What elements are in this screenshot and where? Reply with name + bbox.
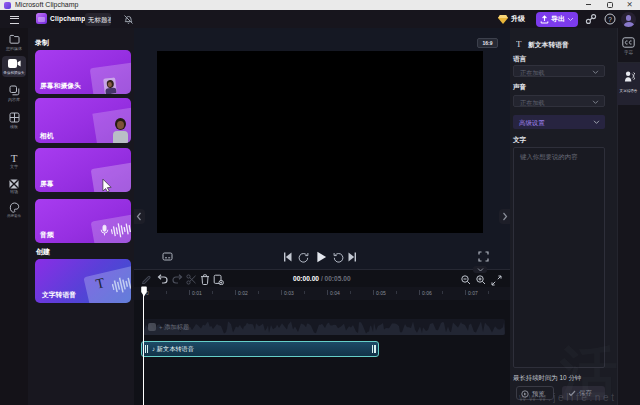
svg-text:?: ? bbox=[608, 16, 612, 23]
svg-text:T: T bbox=[516, 39, 522, 48]
